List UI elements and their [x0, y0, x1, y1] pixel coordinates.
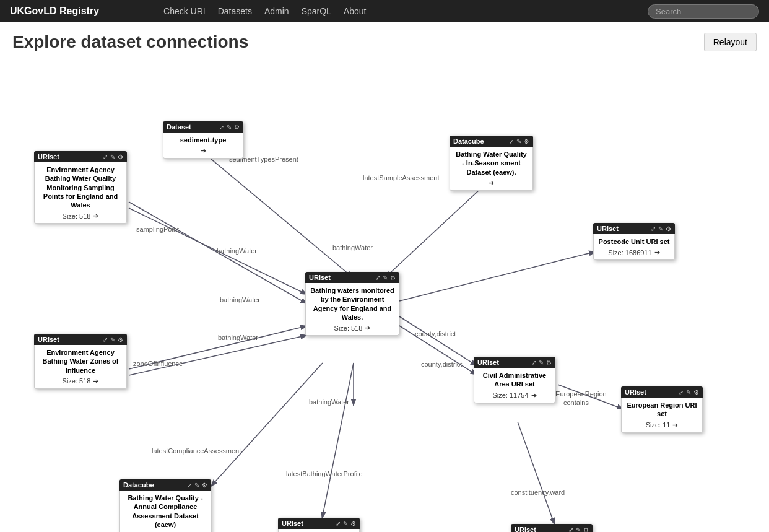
settings-icon-civil-admin[interactable]: ⚙: [546, 359, 552, 366]
nav-check-uri[interactable]: Check URI: [163, 6, 206, 16]
node-uriset-postcode[interactable]: URIset ⤢ ✎ ⚙ Postcode Unit URI set Size:…: [593, 223, 675, 260]
nav-about[interactable]: About: [344, 6, 367, 16]
expand-icon-postcode[interactable]: ⤢: [651, 225, 656, 232]
node-header-postcode: URIset ⤢ ✎ ⚙: [593, 223, 675, 234]
node-body-zones: Environment Agency Bathing Water Zones o…: [34, 345, 127, 389]
svg-line-8: [399, 326, 477, 375]
svg-line-6: [129, 326, 308, 369]
node-body-bw: Bathing waters monitored by the Environm…: [305, 283, 399, 336]
edge-label-compliance: latestComplianceAssessment: [152, 447, 241, 455]
edit-icon-european[interactable]: ✎: [686, 389, 691, 396]
settings-icon-european[interactable]: ⚙: [693, 389, 699, 396]
settings-icon-bw[interactable]: ⚙: [390, 274, 396, 281]
settings-icon-zones[interactable]: ⚙: [118, 336, 123, 343]
edge-label-latest-sample: latestSampleAssessment: [363, 174, 440, 181]
expand-icon[interactable]: ⤢: [219, 124, 224, 131]
page-title: Explore dataset connections: [12, 32, 248, 52]
settings-icon-postcode[interactable]: ⚙: [666, 225, 671, 232]
svg-line-14: [399, 316, 477, 366]
svg-line-2: [384, 180, 490, 278]
edit-icon-zones[interactable]: ✎: [110, 336, 115, 343]
node-body-bwq: Bathing Water Quality - In-Season sment …: [450, 147, 533, 191]
svg-line-4: [129, 208, 308, 295]
node-header-profiles: URIset ⤢ ✎ ⚙: [278, 518, 360, 529]
edit-icon-civil-voting[interactable]: ✎: [576, 526, 581, 533]
edge-label-bathing-water-4: bathingWater: [218, 334, 258, 341]
node-header-civil-voting: URIset ⤢ ✎ ⚙: [511, 524, 593, 532]
svg-line-7: [129, 335, 308, 375]
edge-label-constituency-ward: constituency,ward: [511, 489, 565, 496]
node-header-civil-admin: URIset ⤢ ✎ ⚙: [474, 357, 555, 368]
search-input[interactable]: [648, 4, 759, 19]
edge-label-bathing-profile: latestBathingWaterProfile: [286, 470, 363, 477]
svg-line-13: [518, 422, 555, 525]
edge-label-bathing-water-2: bathingWater: [332, 244, 373, 251]
edit-icon-civil-admin[interactable]: ✎: [539, 359, 544, 366]
nav-admin[interactable]: Admin: [264, 6, 289, 16]
node-arrow-sediment: ➔: [201, 147, 206, 155]
edit-icon-profiles[interactable]: ✎: [343, 520, 348, 527]
node-uriset-european[interactable]: URIset ⤢ ✎ ⚙ European Region URI set Siz…: [621, 386, 703, 433]
node-uriset-civil-admin[interactable]: URIset ⤢ ✎ ⚙ Civil Administrative Area U…: [474, 357, 555, 403]
node-uriset-bathing-waters[interactable]: URIset ⤢ ✎ ⚙ Bathing waters monitored by…: [305, 272, 399, 336]
node-datacube-bathing-quality[interactable]: Datacube ⤢ ✎ ⚙ Bathing Water Quality - I…: [450, 136, 533, 191]
edge-label-county-district-2: county,district: [421, 360, 462, 368]
edge-label-zone-of-influence: zoneOfInfluence: [133, 360, 183, 367]
node-body-profiles: Bathing waters profiles Size: 518 ➔: [278, 529, 360, 532]
nav-datasets[interactable]: Datasets: [218, 6, 252, 16]
relayout-button[interactable]: Relayout: [704, 33, 757, 51]
node-arrow-zones: ➔: [93, 377, 98, 385]
node-arrow-bwq: ➔: [489, 179, 494, 187]
edge-label-bathing-water-3: bathingWater: [220, 296, 260, 303]
node-body-european: European Region URI set Size: 11 ➔: [621, 398, 703, 433]
node-dataset-sediment[interactable]: Dataset ⤢ ✎ ⚙ sediment-type ➔: [163, 121, 243, 159]
svg-line-3: [129, 202, 308, 304]
expand-icon-annual[interactable]: ⤢: [187, 482, 192, 489]
node-header-annual: Datacube ⤢ ✎ ⚙: [119, 479, 211, 491]
node-header-zones: URIset ⤢ ✎ ⚙: [34, 334, 127, 345]
node-body-annual: Bathing Water Quality - Annual Complianc…: [119, 491, 211, 532]
settings-icon-bwq[interactable]: ⚙: [524, 138, 529, 145]
graph-canvas: sedimentTypesPresent latestSampleAssessm…: [0, 59, 769, 532]
edit-icon[interactable]: ✎: [227, 124, 232, 131]
edit-icon-postcode[interactable]: ✎: [658, 225, 663, 232]
expand-icon-env[interactable]: ⤢: [103, 154, 108, 160]
expand-icon-bwq[interactable]: ⤢: [509, 138, 514, 145]
expand-icon-civil-voting[interactable]: ⤢: [568, 526, 573, 533]
edit-icon-env[interactable]: ✎: [110, 154, 115, 160]
node-uriset-bathing-profiles[interactable]: URIset ⤢ ✎ ⚙ Bathing waters profiles Siz…: [278, 518, 360, 532]
page-container: Explore dataset connections Relayout: [0, 22, 769, 532]
nav-sparql[interactable]: SparQL: [302, 6, 331, 16]
node-header-env: URIset ⤢ ✎ ⚙: [34, 151, 127, 162]
settings-icon-civil-voting[interactable]: ⚙: [583, 526, 589, 533]
node-datacube-annual[interactable]: Datacube ⤢ ✎ ⚙ Bathing Water Quality - A…: [119, 479, 211, 532]
svg-line-5: [399, 251, 596, 301]
settings-icon-annual[interactable]: ⚙: [202, 482, 207, 489]
edge-label-county-district-1: county,district: [415, 330, 456, 338]
expand-icon-profiles[interactable]: ⤢: [336, 520, 341, 527]
node-uriset-civil-voting[interactable]: URIset ⤢ ✎ ⚙ Civil Voting Area URI set S…: [511, 524, 593, 532]
node-uriset-env-agency[interactable]: URIset ⤢ ✎ ⚙ Environment Agency Bathing …: [34, 151, 127, 224]
edit-icon-bwq[interactable]: ✎: [516, 138, 521, 145]
navbar-search: [648, 4, 759, 19]
expand-icon-civil-admin[interactable]: ⤢: [531, 359, 536, 366]
settings-icon-env[interactable]: ⚙: [118, 154, 123, 160]
page-header: Explore dataset connections Relayout: [0, 22, 769, 57]
node-arrow-env: ➔: [93, 212, 98, 220]
node-header-bw: URIset ⤢ ✎ ⚙: [305, 272, 399, 283]
node-arrow-civil-admin: ➔: [531, 391, 537, 399]
expand-icon-european[interactable]: ⤢: [679, 389, 684, 396]
node-body-civil-admin: Civil Administrative Area URI set Size: …: [474, 368, 555, 403]
expand-icon-bw[interactable]: ⤢: [375, 274, 380, 281]
svg-line-10: [322, 363, 354, 519]
node-uriset-zones[interactable]: URIset ⤢ ✎ ⚙ Environment Agency Bathing …: [34, 334, 127, 389]
settings-icon-profiles[interactable]: ⚙: [350, 520, 356, 527]
svg-line-12: [558, 385, 624, 409]
edit-icon-bw[interactable]: ✎: [383, 274, 388, 281]
edge-label-bathing-water-1: bathingWater: [217, 247, 257, 255]
node-arrow-european: ➔: [672, 421, 678, 429]
edit-icon-annual[interactable]: ✎: [194, 482, 199, 489]
expand-icon-zones[interactable]: ⤢: [103, 336, 108, 343]
node-header-european: URIset ⤢ ✎ ⚙: [621, 386, 703, 398]
settings-icon[interactable]: ⚙: [234, 124, 240, 131]
